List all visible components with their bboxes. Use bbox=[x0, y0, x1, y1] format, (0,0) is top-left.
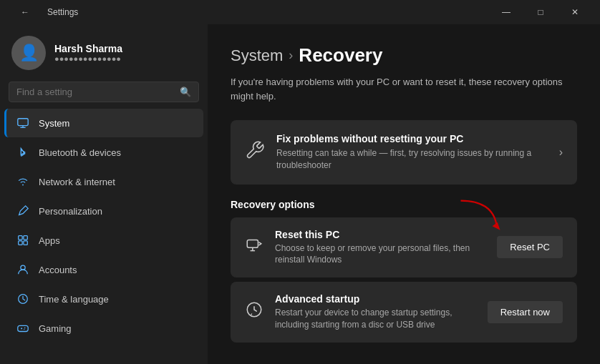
svg-rect-9 bbox=[18, 325, 28, 331]
personalization-icon bbox=[16, 204, 30, 218]
sidebar-item-label: Time & language bbox=[39, 294, 109, 305]
breadcrumb-current: Recovery bbox=[299, 44, 382, 67]
network-icon bbox=[16, 174, 30, 189]
sidebar-item-label: Apps bbox=[39, 235, 60, 246]
avatar: 👤 bbox=[11, 36, 46, 70]
sidebar-item-network[interactable]: Network & internet bbox=[4, 167, 203, 196]
sidebar-item-label: Network & internet bbox=[39, 177, 115, 187]
wrench-icon bbox=[245, 140, 265, 164]
sidebar-item-label: Bluetooth & devices bbox=[39, 147, 121, 158]
sidebar-item-label: Personalization bbox=[39, 206, 102, 217]
reset-pc-title: Reset this PC bbox=[275, 229, 497, 240]
user-name: Harsh Sharma bbox=[54, 43, 122, 54]
reset-pc-card: Reset this PC Choose to keep or remove y… bbox=[231, 217, 577, 278]
svg-rect-0 bbox=[18, 119, 28, 126]
restart-now-button[interactable]: Restart now bbox=[488, 301, 563, 323]
sidebar-nav: System Bluetooth & devices bbox=[0, 108, 208, 343]
fix-card-description: Resetting can take a while — first, try … bbox=[276, 147, 548, 172]
reset-pc-text: Reset this PC Choose to keep or remove y… bbox=[275, 229, 497, 267]
accounts-icon bbox=[16, 262, 30, 277]
app-body: 👤 Harsh Sharma ●●●●●●●●●●●●●● 🔍 bbox=[0, 24, 600, 364]
minimize-button[interactable]: — bbox=[490, 2, 523, 22]
search-icon: 🔍 bbox=[180, 87, 191, 97]
user-section: 👤 Harsh Sharma ●●●●●●●●●●●●●● bbox=[0, 24, 208, 79]
sidebar-item-bluetooth[interactable]: Bluetooth & devices bbox=[4, 138, 203, 167]
reset-pc-left: Reset this PC Choose to keep or remove y… bbox=[245, 229, 497, 267]
breadcrumb-separator: › bbox=[289, 48, 293, 63]
sidebar-item-accounts[interactable]: Accounts bbox=[4, 255, 203, 284]
fix-card-text: Fix problems without resetting your PC R… bbox=[276, 133, 548, 172]
page-description: If you're having problems with your PC o… bbox=[231, 75, 577, 103]
titlebar: ← Settings — □ ✕ bbox=[0, 0, 600, 24]
advanced-startup-title: Advanced startup bbox=[275, 293, 488, 305]
sidebar-item-apps[interactable]: Apps bbox=[4, 226, 203, 255]
fix-card-title: Fix problems without resetting your PC bbox=[276, 133, 548, 144]
gaming-icon bbox=[16, 321, 30, 335]
system-icon bbox=[16, 116, 30, 130]
svg-rect-6 bbox=[24, 241, 27, 245]
window-controls: — □ ✕ bbox=[490, 2, 591, 22]
fix-problems-card[interactable]: Fix problems without resetting your PC R… bbox=[231, 120, 577, 185]
sidebar-item-label: Gaming bbox=[39, 323, 72, 334]
sidebar-item-label: System bbox=[39, 118, 69, 129]
sidebar-item-system[interactable]: System bbox=[4, 109, 203, 137]
advanced-startup-text: Advanced startup Restart your device to … bbox=[275, 293, 488, 331]
search-box[interactable]: 🔍 bbox=[9, 82, 199, 102]
chevron-right-icon: › bbox=[559, 146, 563, 159]
app-title: Settings bbox=[47, 7, 78, 17]
svg-point-12 bbox=[24, 328, 25, 328]
advanced-startup-left: Advanced startup Restart your device to … bbox=[245, 293, 488, 331]
sidebar-item-personalization[interactable]: Personalization bbox=[4, 197, 203, 225]
time-icon bbox=[16, 292, 30, 306]
user-email: ●●●●●●●●●●●●●● bbox=[54, 54, 122, 63]
breadcrumb-parent: System bbox=[231, 46, 283, 65]
fix-card-left: Fix problems without resetting your PC R… bbox=[245, 133, 548, 172]
user-info: Harsh Sharma ●●●●●●●●●●●●●● bbox=[54, 43, 122, 63]
advanced-startup-icon bbox=[245, 300, 263, 323]
maximize-button[interactable]: □ bbox=[524, 2, 557, 22]
main-content: System › Recovery If you're having probl… bbox=[208, 24, 600, 364]
svg-point-13 bbox=[24, 329, 24, 330]
apps-icon bbox=[16, 233, 30, 247]
close-button[interactable]: ✕ bbox=[558, 2, 591, 22]
svg-rect-5 bbox=[19, 241, 22, 245]
recovery-options-section: Recovery options Reset this PC Ch bbox=[231, 199, 577, 343]
sidebar-item-label: Accounts bbox=[39, 265, 77, 275]
svg-rect-3 bbox=[19, 236, 22, 240]
titlebar-left: ← Settings bbox=[9, 2, 78, 22]
back-button[interactable]: ← bbox=[9, 2, 42, 22]
reset-icon bbox=[245, 236, 263, 259]
breadcrumb: System › Recovery bbox=[231, 44, 577, 67]
sidebar: 👤 Harsh Sharma ●●●●●●●●●●●●●● 🔍 bbox=[0, 24, 208, 364]
bluetooth-icon bbox=[16, 145, 30, 159]
reset-pc-button[interactable]: Reset PC bbox=[497, 236, 563, 258]
sidebar-item-time[interactable]: Time & language bbox=[4, 285, 203, 313]
sidebar-item-gaming[interactable]: Gaming bbox=[4, 314, 203, 343]
reset-pc-description: Choose to keep or remove your personal f… bbox=[275, 242, 497, 267]
section-title: Recovery options bbox=[231, 199, 577, 210]
search-input[interactable] bbox=[16, 87, 174, 97]
svg-rect-4 bbox=[24, 236, 27, 240]
advanced-startup-card: Advanced startup Restart your device to … bbox=[231, 282, 577, 343]
advanced-startup-description: Restart your device to change startup se… bbox=[275, 307, 488, 331]
svg-rect-14 bbox=[247, 240, 258, 247]
